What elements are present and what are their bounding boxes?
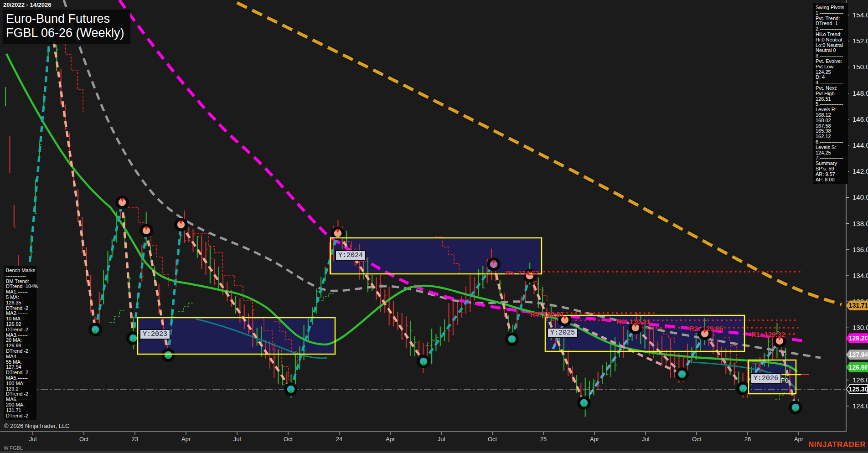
time-tick-label: Apr [386, 436, 395, 443]
swing-panel-line: HiLo Trend: [816, 32, 846, 37]
time-tick-label: Oct [692, 436, 702, 443]
price-marker-value: 129.20 [846, 335, 868, 342]
price-tick-label: 138.00 [852, 220, 868, 227]
time-tick-label: Apr [794, 436, 804, 443]
bench-panel-line: ------------ [6, 273, 34, 279]
price-tick-label: 152.00 [852, 37, 868, 45]
time-tick-label: Jul [642, 436, 650, 443]
time-tick-label: Oct [284, 436, 293, 443]
time-tick-label: 23 [132, 436, 138, 443]
time-tick-label: Jul [233, 436, 241, 443]
swing-panel-line: Pvt Low [816, 64, 846, 70]
swing-down-segment [122, 202, 133, 338]
price-marker-tag: 125.30 [846, 384, 868, 394]
swing-pivots-panel: Swing Pivots1.--------------Pvt. Trend:D… [813, 3, 848, 184]
swing-panel-line: AF: 8.00 [816, 177, 846, 183]
price-tick-label: 126.00 [852, 376, 868, 384]
visible-date-range: 20/2022 - 14/2026 [3, 1, 52, 8]
instrument-name: Euro-Bund Futures [6, 12, 124, 26]
price-marker-value: 126.98 [846, 364, 868, 371]
bench-panel-line: DTrend -2 [6, 413, 34, 419]
price-marker-value: 125.30 [846, 386, 868, 393]
bench-panel-line: 5 MA: [6, 295, 34, 300]
chart-canvas[interactable]: 154.00152.00150.00148.00146.00144.00142.… [0, 0, 868, 453]
bench-panel-line: MA5.------ [6, 376, 34, 381]
price-tick-label: 136.00 [852, 246, 868, 253]
ninjatrader-chart-window: 154.00152.00150.00148.00146.00144.00142.… [0, 0, 868, 453]
swing-panel-line: 168.02 [816, 118, 846, 124]
window-bottom-edge [0, 451, 868, 453]
price-marker-value: 127.94 [846, 351, 868, 358]
time-tick-label: 25 [540, 436, 547, 443]
year-box-label[interactable]: Y:2026 [750, 373, 781, 384]
time-tick-label: Apr [590, 436, 599, 443]
support-steps [178, 303, 194, 312]
chart-title-block: Euro-Bund Futures FGBL 06-26 (Weekly) [3, 10, 130, 44]
swing-panel-line: Levels S: [816, 145, 846, 150]
price-marker-tag: 126.98 [846, 362, 868, 372]
time-tick-label: 26 [744, 436, 751, 443]
price-marker-value: 131.71 [846, 302, 868, 309]
swing-panel-line: 1.-------------- [816, 10, 846, 16]
price-marker-tag: 129.20 [846, 333, 868, 343]
swing-panel-line: SP's: 59 [816, 166, 846, 172]
ma-55-line [64, 0, 821, 358]
bench-panel-line: 126.92 [6, 322, 34, 327]
time-tick-label: 24 [336, 436, 342, 443]
bench-panel-line: MA4.------ [6, 354, 34, 360]
support-steps [318, 293, 334, 301]
resistance-level-label: R1: 129.32 [751, 330, 785, 338]
price-tick-label: 140.00 [852, 193, 868, 201]
swing-panel-line: 168.12 [816, 113, 846, 118]
swing-panel-line: AR: 9.57 [816, 172, 846, 177]
series-watermark: W FGBL [4, 445, 23, 451]
time-tick-label: Apr [181, 436, 191, 443]
price-tick-label: 150.00 [852, 63, 868, 71]
ninjatrader-logo: NINJATRADER [808, 440, 866, 449]
year-box-label[interactable]: Y:2025 [547, 328, 578, 338]
swing-up-segment [424, 264, 494, 361]
resistance-level-label: R4: 130.87 [530, 310, 564, 318]
bench-panel-line: 126.35 [6, 300, 34, 306]
price-tick-label: 148.00 [852, 89, 868, 97]
bench-panel-line: 100 MA: [6, 381, 34, 386]
price-tick-label: 146.00 [852, 115, 868, 123]
price-tick-label: 142.00 [852, 167, 868, 175]
swing-panel-line: Pvt High [816, 91, 846, 97]
resistance-level-label: R5: 134.32 [505, 269, 539, 277]
price-tick-label: 154.00 [852, 11, 868, 19]
f0-line-label: F0 [780, 376, 789, 384]
resistance-level-label: R3: 130.21 [616, 318, 650, 325]
copyright-text: © 2026 NinjaTrader, LLC [4, 422, 70, 429]
year-box-label[interactable]: Y:2024 [335, 250, 366, 261]
swing-panel-line: Pvt. Next: [816, 86, 846, 91]
price-tick-label: 144.00 [852, 141, 868, 149]
time-tick-label: Jul [29, 436, 37, 443]
year-box-label[interactable]: Y:2023 [140, 329, 170, 340]
price-marker-tag: 131.71 [846, 300, 868, 310]
price-tick-label: 130.00 [852, 324, 868, 331]
bench-panel-line: 200 MA: [6, 402, 34, 408]
swing-down-segment [51, 22, 95, 329]
support-steps [109, 311, 124, 323]
bench-panel-line: 131.71 [6, 408, 34, 413]
time-tick-label: Oct [79, 436, 89, 443]
bench-panel-line: DTrend -2 [6, 327, 34, 333]
time-tick-label: Jul [438, 436, 445, 443]
contract-and-interval: FGBL 06-26 (Weekly) [6, 26, 124, 40]
price-marker-tag: 127.94 [846, 350, 868, 360]
swing-panel-line: Pvt. Evolve: [816, 59, 846, 64]
price-tick-label: 134.00 [852, 272, 868, 279]
bench-panel-line: DTrend -2 [6, 349, 34, 354]
time-tick-label: Oct [488, 436, 497, 443]
resistance-level-label: R2: 129.86 [689, 324, 723, 332]
swing-panel-line: Hi:0 Neutral [816, 37, 846, 43]
price-tick-label: 124.00 [852, 402, 868, 410]
bench-marks-panel: Bench Marks------------BM Trend:DTrend -… [4, 266, 36, 420]
swing-panel-line: 6.-------------- [816, 139, 846, 145]
